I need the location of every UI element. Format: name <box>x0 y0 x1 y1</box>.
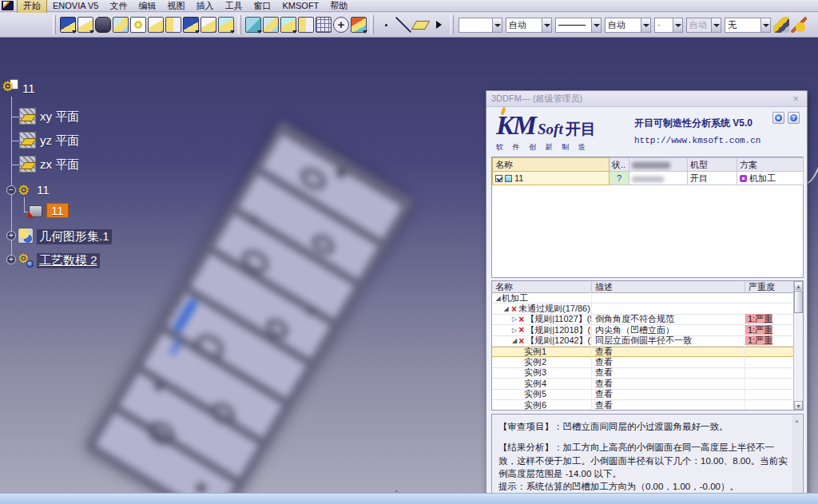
color-combo[interactable] <box>459 18 502 33</box>
thickness-icon[interactable] <box>218 17 234 33</box>
workbench-icon[interactable] <box>77 17 93 33</box>
chevron-down-icon <box>711 18 721 32</box>
menu-edit[interactable]: 编辑 <box>133 0 161 13</box>
menu-enovia[interactable]: ENOVIA V5 <box>47 0 104 11</box>
menu-start[interactable]: 开始 <box>17 0 47 14</box>
model-table-row[interactable]: 11 ? 开目 机加工 <box>493 172 804 185</box>
scroll-up-icon: ▲ <box>792 417 801 425</box>
shell-icon[interactable] <box>201 17 216 33</box>
website-url: http://www.kmsoft.com.cn <box>634 136 802 145</box>
tree-node-process-model[interactable]: 工艺数模 2 <box>37 253 100 268</box>
analysis-scrollbar[interactable]: ▲ ▼ <box>792 415 802 493</box>
dialog-title-bar[interactable]: 3DDFM--- (超级管理员) × <box>486 91 807 107</box>
tree-node-zx-plane[interactable]: zx 平面 <box>40 157 79 173</box>
layer-combo[interactable]: 无 <box>725 18 771 33</box>
tree-node-xy-plane[interactable]: xy 平面 <box>40 109 79 125</box>
shading-icon[interactable] <box>245 17 261 33</box>
split-icon[interactable] <box>165 17 181 33</box>
chevron-down-icon <box>542 18 551 32</box>
logo-slogan: 软 件 创 新 制 造 <box>496 142 624 153</box>
custom-render-icon[interactable] <box>351 17 367 33</box>
expand-icon[interactable]: + <box>6 231 16 240</box>
pocket-icon[interactable] <box>148 17 164 33</box>
tree-node-part[interactable]: 11 <box>37 183 50 196</box>
result-analysis-text: 【结果分析】：加工方向上高亮的小倒圆面在同一高度层上半径不一致，这样不便于加工。… <box>498 441 788 480</box>
severity-badge: 1:严重 <box>745 325 772 335</box>
3d-viewport[interactable]: ⚙ 11 xy 平面 yz 平面 zx 平面 − ⚙ 11 11 + 几何图形集… <box>0 38 818 493</box>
lineweight-combo[interactable]: 自动 <box>506 18 552 33</box>
view-link[interactable]: 查看 <box>592 399 745 411</box>
menu-file[interactable]: 文件 <box>104 0 133 13</box>
plane-icon[interactable] <box>19 108 36 125</box>
plane-tool-icon[interactable] <box>183 17 199 33</box>
col-redacted <box>629 158 688 172</box>
plane-icon[interactable] <box>19 132 36 149</box>
centered-view-icon[interactable] <box>333 17 349 33</box>
expand-icon[interactable]: + <box>6 255 16 264</box>
rules-table: 名称 描述 严重度 ◢机加工 ◢×未通过规则(17/86) ▷×【规则|1102… <box>491 280 804 411</box>
chevron-down-icon <box>760 18 770 32</box>
kmsoft-logo: KM Soft 开目 软 件 创 新 制 造 <box>496 113 624 152</box>
menu-help[interactable]: 帮助 <box>324 0 353 13</box>
process-model-icon: ⚙ <box>18 252 34 268</box>
scheme-icon <box>740 175 747 182</box>
more-tools-arrow-icon[interactable] <box>431 17 447 33</box>
pad-icon[interactable] <box>113 17 129 33</box>
severity-badge: 1:严重 <box>745 335 772 345</box>
tree-node-body-selected[interactable]: 11 <box>46 203 69 218</box>
collapse-icon[interactable]: − <box>6 185 16 195</box>
toolbar-separator <box>371 15 374 34</box>
toolbar-separator <box>53 15 56 34</box>
col-machine: 机型 <box>688 158 737 172</box>
line-icon[interactable] <box>395 17 411 33</box>
dialog-title: 3DDFM--- (超级管理员) <box>491 93 582 105</box>
app-logo-icon[interactable] <box>2 1 14 10</box>
specification-tree: ⚙ 11 xy 平面 yz 平面 zx 平面 − ⚙ 11 11 + 几何图形集… <box>0 38 208 293</box>
menu-insert[interactable]: 插入 <box>190 0 219 13</box>
linetype-combo[interactable] <box>555 18 602 33</box>
wizard-icon[interactable] <box>791 17 807 33</box>
gear-icon: ⚙ <box>2 80 14 93</box>
sketcher-icon[interactable] <box>60 17 76 33</box>
hole-icon[interactable] <box>130 17 146 33</box>
toolbar-separator <box>451 15 454 34</box>
product-name: 开目可制造性分析系统 V5.0 <box>634 117 802 130</box>
binoculars-icon[interactable] <box>95 17 111 33</box>
close-icon[interactable]: × <box>789 93 802 105</box>
line-style-icon <box>558 25 586 26</box>
body-icon <box>29 205 42 217</box>
tree-node-geoset[interactable]: 几何图形集.1 <box>37 229 112 244</box>
rule-row[interactable]: ◢×【规则|12042】(7) 同层立面倒圆半径不一致 1:严重 <box>492 336 803 347</box>
review-item-text: 【审查项目】：凹槽立面间同层的小过渡圆角最好一致。 <box>498 420 788 433</box>
menu-kmsoft[interactable]: KMSOFT <box>276 0 324 11</box>
taskbar-strip <box>0 493 818 504</box>
checkbox-checked-icon[interactable] <box>495 175 502 182</box>
status-badge: ? <box>610 172 629 185</box>
tree-node-yz-plane[interactable]: yz 平面 <box>40 133 79 149</box>
instance-row[interactable]: 实例6 查看 <box>492 400 803 411</box>
shading-material-icon[interactable] <box>280 17 296 33</box>
point-icon[interactable] <box>378 17 394 33</box>
renderstyle-combo: 自动 <box>686 18 721 33</box>
scroll-down-icon: ▼ <box>794 401 803 410</box>
hidden-line-icon[interactable] <box>298 17 314 33</box>
severity-badge: 1:严重 <box>745 314 772 323</box>
menu-window[interactable]: 窗口 <box>248 0 276 13</box>
tree-root-node[interactable]: 11 <box>22 81 35 95</box>
rules-scrollbar[interactable]: ▲▼ <box>793 281 803 410</box>
geometrical-set-icon <box>18 228 34 244</box>
scroll-up-icon: ▲ <box>794 281 803 290</box>
menu-tools[interactable]: 工具 <box>219 0 248 13</box>
menu-view[interactable]: 视图 <box>161 0 190 13</box>
highlighted-feature <box>169 339 182 356</box>
machine-type: 开目 <box>688 172 737 185</box>
thickness-combo[interactable]: 自动 <box>605 18 651 33</box>
plane-icon[interactable] <box>19 156 36 173</box>
wireframe-icon[interactable] <box>316 17 332 33</box>
menu-bar: 开始 ENOVIA V5 文件 编辑 视图 插入 工具 窗口 KMSOFT 帮助 <box>0 0 818 12</box>
pointstyle-combo[interactable]: · <box>654 18 683 33</box>
model-table-panel: 名称 状.. 机型 方案 11 ? 开目 机加工 <box>491 157 804 278</box>
shading-edges-icon[interactable] <box>263 17 279 33</box>
painter-icon[interactable] <box>773 17 789 33</box>
plane-icon[interactable] <box>413 17 429 33</box>
